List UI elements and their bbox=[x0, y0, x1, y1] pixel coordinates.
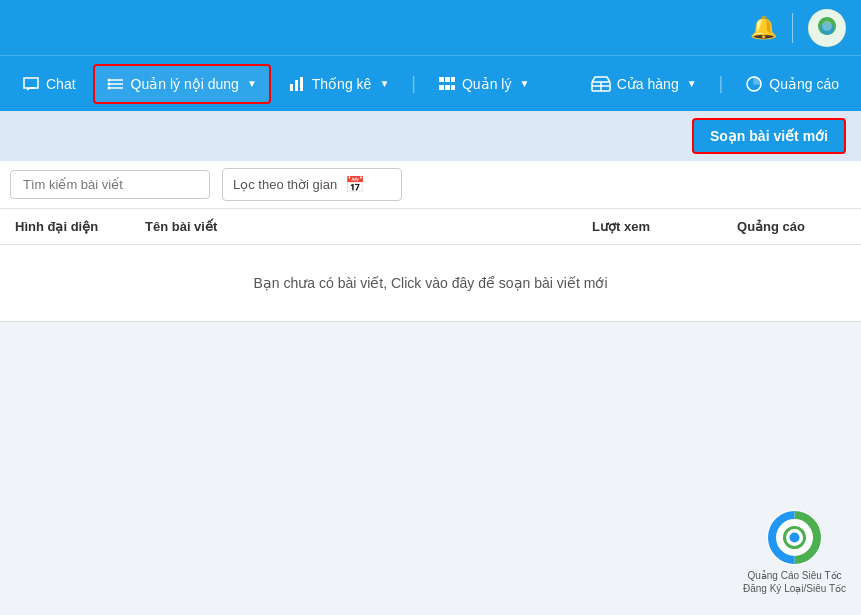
manage-arrow-icon: ▼ bbox=[519, 78, 529, 89]
nav-item-content[interactable]: Quản lý nội dung ▼ bbox=[93, 64, 271, 104]
compose-button[interactable]: Soạn bài viết mới bbox=[692, 118, 846, 154]
svg-point-6 bbox=[107, 82, 110, 85]
svg-point-1 bbox=[822, 21, 832, 31]
avatar-inner bbox=[808, 9, 846, 47]
header-divider bbox=[792, 13, 793, 43]
svg-point-7 bbox=[107, 86, 110, 89]
table-wrapper: Hình đại diện Tên bài viết Lượt xem Quản… bbox=[0, 209, 861, 322]
nav-item-stats[interactable]: Thống kê ▼ bbox=[276, 64, 402, 104]
ads-icon bbox=[745, 76, 763, 92]
content-label: Quản lý nội dung bbox=[131, 76, 239, 92]
store-arrow-icon: ▼ bbox=[687, 78, 697, 89]
svg-rect-10 bbox=[300, 77, 303, 91]
nav-item-chat[interactable]: Chat bbox=[10, 64, 88, 104]
toolbar: Soạn bài viết mới bbox=[0, 111, 861, 161]
ads-label: Quảng cáo bbox=[769, 76, 839, 92]
date-filter[interactable]: Lọc theo thời gian 📅 bbox=[222, 168, 402, 201]
svg-point-23 bbox=[790, 533, 800, 543]
svg-rect-11 bbox=[439, 77, 444, 82]
nav-sep-2: | bbox=[714, 73, 729, 94]
manage-icon bbox=[438, 76, 456, 92]
store-label: Cửa hàng bbox=[617, 76, 679, 92]
svg-rect-8 bbox=[290, 84, 293, 91]
stats-arrow-icon: ▼ bbox=[379, 78, 389, 89]
chat-icon bbox=[22, 76, 40, 92]
avatar[interactable] bbox=[808, 9, 846, 47]
manage-label: Quản lý bbox=[462, 76, 511, 92]
navbar: Chat Quản lý nội dung ▼ Thống kê ▼ bbox=[0, 55, 861, 111]
nav-item-store[interactable]: Cửa hàng ▼ bbox=[579, 64, 709, 104]
col-header-title: Tên bài viết bbox=[145, 219, 546, 234]
nav-item-ads[interactable]: Quảng cáo bbox=[733, 64, 851, 104]
nav-item-manage[interactable]: Quản lý ▼ bbox=[426, 64, 541, 104]
col-header-views: Lượt xem bbox=[546, 219, 696, 234]
chat-label: Chat bbox=[46, 76, 76, 92]
header: 🔔 bbox=[0, 0, 861, 55]
stats-icon bbox=[288, 76, 306, 92]
nav-sep-1: | bbox=[406, 73, 421, 94]
stats-label: Thống kê bbox=[312, 76, 372, 92]
svg-rect-9 bbox=[295, 80, 298, 91]
content-icon bbox=[107, 76, 125, 92]
date-filter-label: Lọc theo thời gian bbox=[233, 177, 337, 192]
svg-rect-16 bbox=[451, 85, 455, 90]
table-header: Hình đại diện Tên bài viết Lượt xem Quản… bbox=[0, 209, 861, 245]
svg-rect-15 bbox=[445, 85, 450, 90]
watermark-logo-icon bbox=[767, 510, 822, 565]
table-empty-message[interactable]: Bạn chưa có bài viết, Click vào đây để s… bbox=[0, 245, 861, 322]
col-header-avatar: Hình đại diện bbox=[15, 219, 145, 234]
svg-rect-13 bbox=[451, 77, 455, 82]
content-arrow-icon: ▼ bbox=[247, 78, 257, 89]
filter-bar: Lọc theo thời gian 📅 bbox=[0, 161, 861, 209]
store-icon bbox=[591, 76, 611, 92]
header-right: 🔔 bbox=[750, 9, 846, 47]
search-input[interactable] bbox=[10, 170, 210, 199]
watermark-brand: Quảng Cáo Siêu Tốc Đăng Ký Loại/Siêu Tốc bbox=[743, 569, 846, 595]
calendar-icon: 📅 bbox=[345, 175, 365, 194]
watermark: Quảng Cáo Siêu Tốc Đăng Ký Loại/Siêu Tốc bbox=[743, 510, 846, 595]
avatar-logo bbox=[808, 9, 846, 47]
svg-rect-14 bbox=[439, 85, 444, 90]
col-header-ads: Quảng cáo bbox=[696, 219, 846, 234]
bell-icon[interactable]: 🔔 bbox=[750, 15, 777, 41]
svg-point-5 bbox=[107, 78, 110, 81]
svg-rect-12 bbox=[445, 77, 450, 82]
